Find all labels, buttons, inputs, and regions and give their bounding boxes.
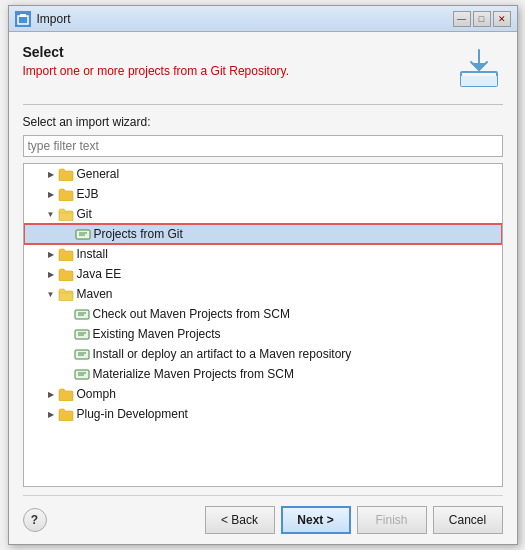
folder-icon-oomph bbox=[58, 387, 74, 401]
cancel-button[interactable]: Cancel bbox=[433, 506, 503, 534]
maximize-button[interactable]: □ bbox=[473, 11, 491, 27]
finish-button[interactable]: Finish bbox=[357, 506, 427, 534]
folder-icon-maven bbox=[58, 287, 74, 301]
button-bar: ? < Back Next > Finish Cancel bbox=[23, 495, 503, 534]
folder-icon-javaee bbox=[58, 267, 74, 281]
header-icon bbox=[455, 44, 503, 92]
svg-rect-1 bbox=[20, 14, 26, 17]
label-general: General bbox=[77, 167, 120, 181]
import-dialog: Import — □ ✕ Select Import one or more p… bbox=[8, 5, 518, 545]
minimize-button[interactable]: — bbox=[453, 11, 471, 27]
window-title: Import bbox=[37, 12, 71, 26]
wizard-label: Select an import wizard: bbox=[23, 115, 503, 129]
svg-rect-0 bbox=[18, 16, 28, 24]
window-icon bbox=[15, 11, 31, 27]
label-oomph: Oomph bbox=[77, 387, 116, 401]
divider bbox=[23, 104, 503, 105]
label-git: Git bbox=[77, 207, 92, 221]
label-install: Install bbox=[77, 247, 108, 261]
folder-icon-install bbox=[58, 247, 74, 261]
icon-projects-from-git bbox=[75, 227, 91, 241]
icon-materialize-maven bbox=[74, 367, 90, 381]
tree-item-existing-maven[interactable]: Existing Maven Projects bbox=[24, 324, 502, 344]
tree-item-install[interactable]: Install bbox=[24, 244, 502, 264]
label-ejb: EJB bbox=[77, 187, 99, 201]
tree-item-checkout-maven[interactable]: Check out Maven Projects from SCM bbox=[24, 304, 502, 324]
svg-rect-3 bbox=[461, 76, 497, 86]
label-install-artifact: Install or deploy an artifact to a Maven… bbox=[93, 347, 352, 361]
tree-item-materialize-maven[interactable]: Materialize Maven Projects from SCM bbox=[24, 364, 502, 384]
label-materialize-maven: Materialize Maven Projects from SCM bbox=[93, 367, 294, 381]
svg-marker-6 bbox=[471, 63, 487, 71]
arrow-javaee bbox=[44, 267, 58, 281]
label-projects-from-git: Projects from Git bbox=[94, 227, 183, 241]
tree-item-projects-from-git[interactable]: Projects from Git bbox=[24, 224, 502, 244]
arrow-general bbox=[44, 167, 58, 181]
tree-item-install-artifact[interactable]: Install or deploy an artifact to a Maven… bbox=[24, 344, 502, 364]
tree-item-maven[interactable]: Maven bbox=[24, 284, 502, 304]
tree-item-git[interactable]: Git bbox=[24, 204, 502, 224]
folder-icon-ejb bbox=[58, 187, 74, 201]
arrow-install bbox=[44, 247, 58, 261]
icon-install-artifact bbox=[74, 347, 90, 361]
next-button[interactable]: Next > bbox=[281, 506, 351, 534]
tree-item-oomph[interactable]: Oomph bbox=[24, 384, 502, 404]
tree-container: General EJB Git bbox=[23, 163, 503, 487]
arrow-oomph bbox=[44, 387, 58, 401]
header-section: Select Import one or more projects from … bbox=[23, 44, 503, 92]
label-plugin-dev: Plug-in Development bbox=[77, 407, 188, 421]
label-existing-maven: Existing Maven Projects bbox=[93, 327, 221, 341]
dialog-content: Select Import one or more projects from … bbox=[9, 32, 517, 544]
icon-checkout-maven bbox=[74, 307, 90, 321]
folder-icon-plugin bbox=[58, 407, 74, 421]
title-bar-left: Import bbox=[15, 11, 71, 27]
label-javaee: Java EE bbox=[77, 267, 122, 281]
arrow-plugin bbox=[44, 407, 58, 421]
folder-icon-git bbox=[58, 207, 74, 221]
tree-item-plugin-dev[interactable]: Plug-in Development bbox=[24, 404, 502, 424]
arrow-ejb bbox=[44, 187, 58, 201]
arrow-maven bbox=[44, 287, 58, 301]
folder-icon-general bbox=[58, 167, 74, 181]
help-button[interactable]: ? bbox=[23, 508, 47, 532]
filter-input[interactable] bbox=[23, 135, 503, 157]
close-button[interactable]: ✕ bbox=[493, 11, 511, 27]
back-button[interactable]: < Back bbox=[205, 506, 275, 534]
title-bar: Import — □ ✕ bbox=[9, 6, 517, 32]
tree-item-general[interactable]: General bbox=[24, 164, 502, 184]
header-text: Select Import one or more projects from … bbox=[23, 44, 455, 78]
import-icon bbox=[457, 46, 501, 90]
label-checkout-maven: Check out Maven Projects from SCM bbox=[93, 307, 290, 321]
page-title: Select bbox=[23, 44, 455, 60]
arrow-git bbox=[44, 207, 58, 221]
window-controls: — □ ✕ bbox=[453, 11, 511, 27]
header-subtitle: Import one or more projects from a Git R… bbox=[23, 64, 455, 78]
tree-item-javaee[interactable]: Java EE bbox=[24, 264, 502, 284]
tree-item-ejb[interactable]: EJB bbox=[24, 184, 502, 204]
icon-existing-maven bbox=[74, 327, 90, 341]
label-maven: Maven bbox=[77, 287, 113, 301]
